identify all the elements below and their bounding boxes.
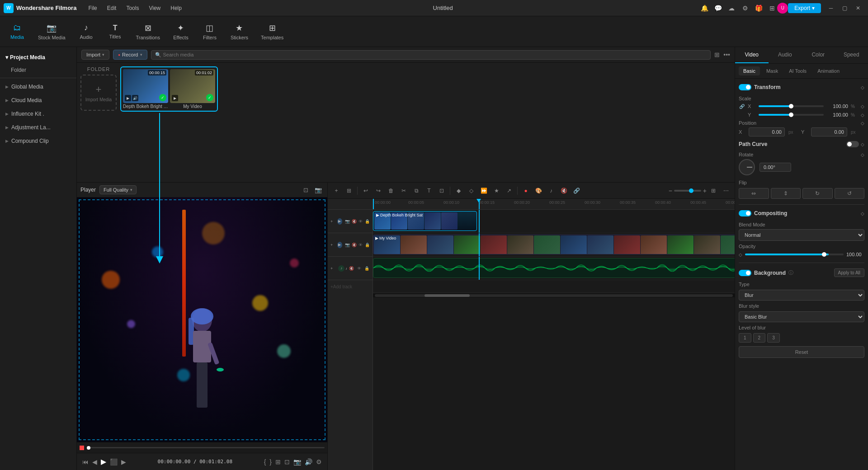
track-a1-lock-icon[interactable]: 🔒 [363,265,370,272]
project-media-header[interactable]: ▾ Project Media [0,51,76,64]
audio-preview-icon[interactable]: 🔊 [305,458,312,465]
marker-button[interactable]: ◆ [453,185,464,197]
menu-view[interactable]: View [144,3,165,13]
blur-style-select[interactable]: Basic BlurLens BlurMotion Blur [739,311,864,322]
transform-keyframe-icon[interactable]: ◇ [861,85,864,90]
settings-icon[interactable]: ⚙ [740,3,750,13]
rotate-dial[interactable] [739,159,755,175]
background-info-icon[interactable]: ⓘ [788,269,793,276]
reset-button[interactable]: Reset [739,346,864,358]
zoom-slider[interactable] [674,190,701,192]
delete-button[interactable]: 🗑 [385,185,397,197]
rotate-keyframe[interactable]: ◇ [861,152,864,157]
track-a1-eye-icon[interactable]: 👁 [356,265,362,272]
filter-icon[interactable]: ⊞ [714,51,720,58]
goto-start-button[interactable]: ⏮ [82,458,89,465]
motion-button[interactable]: ↗ [503,185,515,197]
track-v1-cam-icon[interactable]: 📷 [345,242,350,248]
timeline-scrollbar[interactable] [373,293,735,297]
sub-tab-ai-tools[interactable]: AI Tools [784,66,811,75]
opacity-keyframe[interactable]: ◇ [739,252,742,257]
menu-edit[interactable]: Edit [103,3,121,13]
menu-tools[interactable]: Tools [122,3,143,13]
blur-preset-3[interactable]: 3 [767,333,780,343]
apps-icon[interactable]: ⊞ [767,3,777,13]
video1-clip[interactable]: ▶ My Video [373,235,735,254]
menu-help[interactable]: Help [166,3,186,13]
add-to-timeline-button[interactable]: ⊞ [275,458,281,465]
import-media-button[interactable]: + Import Media [80,75,117,111]
flip-horizontal-button[interactable]: ⇔ [739,188,769,199]
layout-button[interactable]: ⊞ [708,185,719,197]
camera-icon[interactable]: 📷 [293,458,301,465]
left-panel-adjustment[interactable]: ▶ Adjustment La... [0,121,76,134]
link-button[interactable]: 🔗 [571,185,582,197]
keyframe-button[interactable]: ◇ [465,185,477,197]
opacity-slider[interactable] [745,254,844,255]
track-v1-lock-icon[interactable]: 🔒 [365,242,370,248]
text-button[interactable]: T [423,185,435,197]
media-search-input[interactable] [163,52,707,57]
hscroll-track[interactable] [375,294,733,297]
track-v1-add-icon[interactable]: + [330,243,336,247]
toolbar-transitions[interactable]: ⊠ Transitions [131,20,165,43]
type-select[interactable]: BlurColorImage [739,290,864,301]
next-frame-button[interactable]: ▶ [121,458,126,465]
position-y-input[interactable] [811,127,847,136]
compositing-keyframe[interactable]: ◇ [861,211,864,216]
redo-button[interactable]: ↪ [373,185,384,197]
full-screen-icon[interactable]: ⊡ [284,458,290,465]
toolbar-stock-media[interactable]: 📷 Stock Media [33,20,71,43]
scale-link-icon[interactable]: 🔗 [739,103,745,109]
preview-scrub-bar[interactable] [77,442,327,453]
flip-rotate-90-button[interactable]: ↺ [835,188,865,199]
track-v2-eye-icon[interactable]: 👁 [358,218,363,225]
split-button[interactable]: ✂ [398,185,410,197]
compositing-toggle[interactable] [739,210,751,216]
more-tl-button[interactable]: ⋯ [720,185,732,197]
undo-button[interactable]: ↩ [360,185,372,197]
track-v2-mute-icon[interactable]: 🔇 [352,218,357,225]
scale-y-slider[interactable] [759,114,824,116]
preview-time-marker[interactable] [87,447,325,448]
flip-vertical-button[interactable]: ⇕ [771,188,801,199]
record-button[interactable]: ● Record ▾ [113,50,147,60]
apply-to-all-button[interactable]: Apply to All [834,268,864,277]
blur-preset-1[interactable]: 1 [739,333,751,343]
left-panel-compound-clip[interactable]: ▶ Compound Clip [0,134,76,148]
scale-x-keyframe[interactable]: ◇ [861,104,864,109]
toolbar-templates[interactable]: ⊞ Templates [255,20,289,43]
zoom-in-button[interactable]: + [703,187,707,194]
left-panel-influence-kit[interactable]: ▶ Influence Kit . [0,107,76,121]
gift-icon[interactable]: 🎁 [754,3,764,13]
import-button[interactable]: Import ▾ [81,50,109,60]
menu-file[interactable]: File [84,3,101,13]
speed-button[interactable]: ⏩ [478,185,490,197]
sub-tab-basic[interactable]: Basic [739,66,760,75]
background-toggle[interactable] [739,270,751,276]
track-v2-add-icon[interactable]: + [330,219,336,224]
mark-in-button[interactable]: { [264,458,266,465]
left-panel-cloud-media[interactable]: ▶ Cloud Media [0,94,76,107]
toolbar-audio[interactable]: ♪ Audio [73,20,100,42]
play-button[interactable]: ▶ [101,457,106,466]
toolbar-stickers[interactable]: ★ Stickers [225,20,254,43]
scale-y-keyframe[interactable]: ◇ [861,113,864,118]
preview-screenshot-icon[interactable]: 📷 [313,184,324,195]
crop-button[interactable]: ⊡ [436,185,448,197]
prev-frame-button[interactable]: ◀ [92,458,97,465]
mark-out-button[interactable]: } [269,458,272,465]
preview-crop-icon[interactable]: ⊡ [300,184,311,195]
toolbar-media[interactable]: 🗂 Media [4,20,31,42]
snap-button[interactable]: ⊞ [343,185,355,197]
position-keyframe[interactable]: ◇ [861,121,864,126]
track-a1-add-icon[interactable]: + [330,266,337,271]
track-v2-lock-icon[interactable]: 🔒 [365,218,370,225]
tab-speed[interactable]: Speed [835,47,868,63]
timeline-ruler[interactable]: 00:00:00 00:00:05 00:00:10 00:00:15 [373,199,735,210]
media-thumb-1[interactable]: 00:00:15 ▶ 🔊 ✓ [123,69,168,103]
close-button[interactable]: ✕ [852,2,864,14]
user-avatar[interactable]: U [777,3,788,14]
track-v1-mute-icon[interactable]: 🔇 [352,242,357,248]
cloud-icon[interactable]: ☁ [726,3,736,13]
